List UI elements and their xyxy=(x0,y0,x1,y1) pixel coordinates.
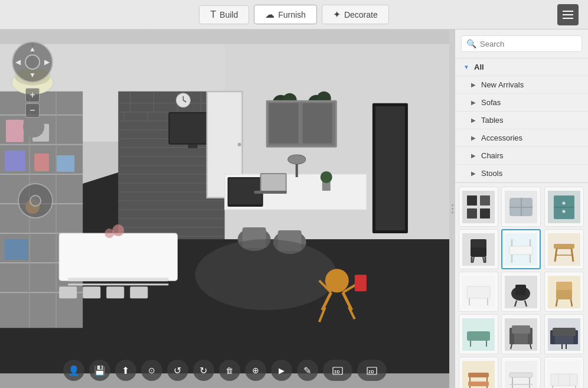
nav-down-arrow[interactable]: ▼ xyxy=(29,71,36,79)
zoom-in-button[interactable]: + xyxy=(25,88,40,102)
3d-view-button[interactable]: 3D xyxy=(323,360,352,381)
category-chairs-arrow: ▶ xyxy=(469,152,478,160)
svg-rect-102 xyxy=(254,191,287,194)
upload-button[interactable]: ⬆ xyxy=(115,360,136,381)
nav-up-arrow[interactable]: ▲ xyxy=(29,45,36,53)
category-tables[interactable]: ▶ Tables xyxy=(455,112,588,129)
furniture-item-10[interactable] xyxy=(459,314,498,354)
edit-button[interactable]: ✎ xyxy=(297,360,318,381)
furniture-item-9[interactable] xyxy=(544,272,584,312)
svg-rect-73 xyxy=(130,286,148,298)
category-new-arrivals-arrow: ▶ xyxy=(469,81,478,89)
nav-left-arrow[interactable]: ◀ xyxy=(15,58,21,66)
svg-rect-98 xyxy=(303,103,332,144)
svg-rect-113 xyxy=(467,195,477,206)
svg-point-76 xyxy=(112,224,124,236)
menu-button[interactable] xyxy=(557,4,579,25)
svg-rect-185 xyxy=(509,373,533,377)
furniture-item-14[interactable] xyxy=(501,357,541,388)
category-sofas-label: Sofas xyxy=(481,98,501,107)
person-icon: 👤 xyxy=(68,365,80,376)
furniture-item-8[interactable] xyxy=(501,272,541,312)
svg-text:3D: 3D xyxy=(334,370,340,374)
search-input-wrap: 🔍 xyxy=(461,35,582,52)
main-area: ▲ ▼ ◀ ▶ + − xyxy=(0,30,588,388)
compass-ring[interactable]: ▲ ▼ ◀ ▶ xyxy=(12,41,53,83)
camera-button[interactable]: ⊙ xyxy=(141,360,162,381)
2d-view-button[interactable]: 2D xyxy=(357,360,387,381)
camera-icon: ⊙ xyxy=(148,366,155,375)
svg-rect-128 xyxy=(471,239,486,247)
svg-rect-160 xyxy=(467,331,490,341)
svg-rect-14 xyxy=(6,120,24,142)
furnish-button[interactable]: ☁ Furnish xyxy=(254,5,317,24)
search-icon: 🔍 xyxy=(466,39,476,48)
play-button[interactable]: ▶ xyxy=(271,360,292,381)
furniture-item-5[interactable] xyxy=(501,229,541,269)
category-new-arrivals[interactable]: ▶ New Arrivals xyxy=(455,76,588,94)
delete-button[interactable]: 🗑 xyxy=(219,360,240,381)
orbit-controls xyxy=(18,183,53,219)
furniture-item-4[interactable] xyxy=(459,229,498,269)
play-icon: ▶ xyxy=(279,366,285,375)
furniture-item-12[interactable] xyxy=(544,314,584,354)
svg-rect-101 xyxy=(262,174,286,191)
furniture-item-2[interactable] xyxy=(501,187,541,227)
furniture-item-1[interactable] xyxy=(459,187,498,227)
move-in-button[interactable]: ⊕ xyxy=(245,360,266,381)
svg-rect-140 xyxy=(554,244,574,249)
category-sofas[interactable]: ▶ Sofas xyxy=(455,94,588,112)
category-sofas-arrow: ▶ xyxy=(469,99,478,107)
svg-rect-54 xyxy=(188,145,197,148)
svg-rect-75 xyxy=(68,283,168,285)
furniture-item-6[interactable] xyxy=(544,229,584,269)
svg-point-104 xyxy=(288,155,306,164)
redo-icon: ↻ xyxy=(200,365,207,376)
category-stools-label: Stools xyxy=(481,169,502,178)
svg-point-107 xyxy=(23,116,44,138)
furniture-grid xyxy=(455,183,588,388)
edit-icon: ✎ xyxy=(303,365,311,376)
svg-rect-112 xyxy=(462,191,495,223)
furniture-item-7[interactable] xyxy=(459,272,498,312)
svg-rect-156 xyxy=(556,282,572,290)
svg-rect-16 xyxy=(5,151,25,171)
zoom-out-button[interactable]: − xyxy=(25,103,40,118)
svg-rect-155 xyxy=(556,289,572,299)
search-input[interactable] xyxy=(480,40,577,48)
viewport: ▲ ▼ ◀ ▶ + − xyxy=(0,30,449,388)
svg-point-68 xyxy=(195,239,337,310)
furniture-item-11[interactable] xyxy=(501,314,541,354)
furniture-item-3[interactable] xyxy=(544,187,584,227)
build-icon: T xyxy=(210,9,216,20)
room-scene: ▲ ▼ ◀ ▶ + − xyxy=(0,30,449,388)
orbit-ring[interactable] xyxy=(18,183,53,219)
category-accessories[interactable]: ▶ Accessories xyxy=(455,129,588,147)
save-button[interactable]: 💾 xyxy=(89,360,110,381)
category-all[interactable]: ▼ All xyxy=(455,58,588,76)
furniture-item-13[interactable] xyxy=(459,357,498,388)
person-button[interactable]: 👤 xyxy=(63,360,84,381)
category-stools[interactable]: ▶ Stools xyxy=(455,165,588,182)
resize-handle[interactable] xyxy=(449,30,455,388)
category-all-arrow: ▼ xyxy=(462,63,471,71)
svg-rect-146 xyxy=(467,286,490,298)
svg-rect-151 xyxy=(515,285,526,295)
category-tables-arrow: ▶ xyxy=(469,116,478,125)
category-chairs[interactable]: ▶ Chairs xyxy=(455,147,588,165)
svg-text:2D: 2D xyxy=(368,370,374,374)
redo-button[interactable]: ↻ xyxy=(193,360,214,381)
nav-right-arrow[interactable]: ▶ xyxy=(44,58,50,66)
save-icon: 💾 xyxy=(94,365,106,376)
top-toolbar: T Build ☁ Furnish ✦ Decorate xyxy=(0,0,588,30)
decorate-button[interactable]: ✦ Decorate xyxy=(322,5,389,24)
svg-rect-139 xyxy=(548,233,580,266)
svg-rect-99 xyxy=(355,275,367,291)
svg-rect-179 xyxy=(468,382,489,386)
right-panel: 🔍 ▼ All ▶ New Arrivals ▶ Sofas ▶ Tables xyxy=(455,30,588,388)
search-bar: 🔍 xyxy=(455,30,588,58)
furniture-item-15[interactable] xyxy=(544,357,584,388)
svg-rect-18 xyxy=(57,155,74,172)
build-button[interactable]: T Build xyxy=(199,5,249,24)
undo-button[interactable]: ↺ xyxy=(167,360,188,381)
